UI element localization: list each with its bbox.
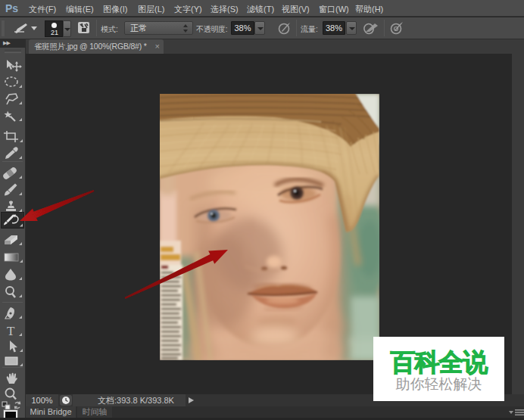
svg-text:T: T	[7, 324, 15, 338]
